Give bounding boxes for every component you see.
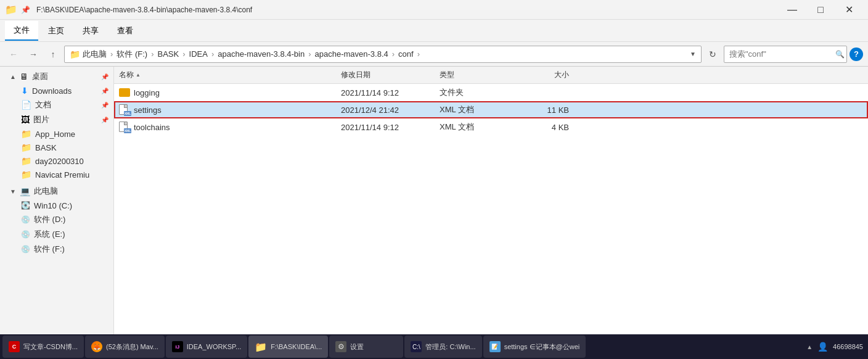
- file-date-logging: 2021/11/14 9:12: [341, 88, 440, 97]
- folder-icon-navicat: 📁: [21, 170, 31, 180]
- settings-icon: ⚙: [335, 341, 346, 352]
- search-box[interactable]: 🔍: [724, 46, 847, 63]
- search-input[interactable]: [729, 49, 833, 59]
- file-list: logging 2021/11/14 9:12 文件夹 XML settings: [114, 84, 868, 334]
- file-date-toolchains: 2021/11/14 9:12: [341, 123, 440, 132]
- col-header-date[interactable]: 修改日期: [341, 70, 440, 80]
- downloads-label: Downloads: [32, 86, 72, 96]
- file-label-toolchains: toolchains: [134, 123, 170, 132]
- folder-icon-bask: 📁: [21, 142, 31, 152]
- sidebar-item-drive-f[interactable]: 💿 软件 (F:): [0, 242, 113, 257]
- address-segment-maven: apache-maven-3.8.4: [315, 49, 388, 59]
- window-controls: — □ ✕: [778, 0, 863, 20]
- help-button[interactable]: ?: [850, 47, 863, 61]
- file-date-settings: 2021/12/4 21:42: [341, 105, 440, 115]
- csdn-icon: C: [9, 341, 20, 352]
- taskbar-item-idea[interactable]: IJ IDEA_WORKSP...: [166, 336, 247, 358]
- forward-button[interactable]: →: [25, 46, 42, 63]
- file-row-toolchains[interactable]: XML toolchains 2021/11/14 9:12 XML 文档 4 …: [114, 118, 868, 136]
- taskbar-label-idea: IDEA_WORKSP...: [187, 343, 241, 350]
- sidebar-item-win10c[interactable]: 💽 Win10 (C:): [0, 199, 113, 212]
- user-avatar: 👤: [817, 342, 828, 352]
- address-segment-idea: IDEA: [189, 49, 208, 59]
- sidebar: ▲ 🖥 桌面 📌 ⬇ Downloads 📌 📄 文档 📌 🖼 图片 📌 📁 A: [0, 67, 114, 334]
- sidebar-item-downloads[interactable]: ⬇ Downloads 📌: [0, 84, 113, 97]
- thispc-expand-icon: ▼: [10, 188, 16, 195]
- taskbar-tray: ▲ 👤 46698845: [806, 342, 866, 352]
- col-header-size[interactable]: 大小: [520, 70, 569, 80]
- taskbar-item-notepad[interactable]: 📝 settings ∈记事本@公wei: [483, 336, 586, 358]
- folder-icon-logging: [119, 88, 130, 97]
- address-segment-software: 软件 (F:): [117, 49, 147, 60]
- file-name-toolchains: XML toolchains: [119, 122, 341, 133]
- back-button[interactable]: ←: [5, 46, 22, 63]
- up-button[interactable]: ↑: [44, 46, 62, 63]
- pin-icon-documents: 📌: [101, 102, 108, 109]
- file-area: 名称 ▲ 修改日期 类型 大小 logging 2021/11/14 9:12: [114, 67, 868, 334]
- documents-icon: 📄: [21, 100, 31, 110]
- sidebar-item-documents[interactable]: 📄 文档 📌: [0, 97, 113, 112]
- drive-icon-f: 💿: [21, 245, 30, 254]
- sidebar-item-apphome[interactable]: 📁 App_Home: [0, 127, 113, 141]
- sidebar-item-thispc[interactable]: ▼ 💻 此电脑: [0, 184, 113, 199]
- address-segment-bask: BASK: [158, 49, 179, 59]
- pin-icon-desktop: 📌: [101, 73, 108, 80]
- taskbar-label-csdn: 写文章-CSDN博...: [23, 342, 78, 352]
- sidebar-item-day20200310[interactable]: 📁 day20200310: [0, 154, 113, 168]
- close-button[interactable]: ✕: [835, 0, 863, 20]
- thispc-label: 此电脑: [34, 186, 58, 197]
- bask-label: BASK: [35, 143, 57, 152]
- address-dropdown-arrow[interactable]: ▼: [690, 51, 696, 57]
- refresh-button[interactable]: ↻: [704, 46, 721, 63]
- taskbar: C 写文章-CSDN博... 🦊 (52条消息) Mav... IJ IDEA_…: [0, 334, 868, 359]
- idea-icon: IJ: [172, 341, 183, 352]
- taskbar-time: 46698845: [833, 342, 863, 351]
- taskbar-item-csdn[interactable]: C 写文章-CSDN博...: [2, 336, 84, 358]
- drive-f-label: 软件 (F:): [34, 244, 65, 255]
- col-header-name[interactable]: 名称 ▲: [119, 70, 341, 80]
- tab-home[interactable]: 主页: [39, 22, 73, 40]
- file-name-settings: XML settings: [119, 104, 341, 115]
- sidebar-item-desktop[interactable]: ▲ 🖥 桌面 📌: [0, 69, 113, 84]
- sidebar-item-bask[interactable]: 📁 BASK: [0, 141, 113, 154]
- sidebar-item-drive-e[interactable]: 💿 系统 (E:): [0, 227, 113, 242]
- day-label: day20200310: [35, 157, 84, 166]
- drive-d-label: 软件 (D:): [34, 214, 65, 225]
- window-icon: 📁: [5, 4, 17, 15]
- sidebar-item-navicat[interactable]: 📁 Navicat Premiu: [0, 168, 113, 181]
- tray-expand[interactable]: ▲: [806, 344, 813, 350]
- pictures-label: 图片: [33, 114, 49, 125]
- desktop-icon: 🖥: [20, 72, 28, 81]
- downloads-icon: ⬇: [21, 86, 28, 96]
- address-folder-icon: 📁: [70, 49, 80, 59]
- drive-e-label: 系统 (E:): [34, 229, 65, 240]
- col-type-label: 类型: [440, 70, 454, 79]
- taskbar-item-firefox[interactable]: 🦊 (52条消息) Mav...: [85, 336, 165, 358]
- file-type-toolchains: XML 文档: [440, 122, 520, 133]
- taskbar-label-cmd: 管理员: C:\Win...: [425, 342, 475, 352]
- sidebar-item-drive-d[interactable]: 💿 软件 (D:): [0, 212, 113, 227]
- file-row-logging[interactable]: logging 2021/11/14 9:12 文件夹: [114, 84, 868, 101]
- taskbar-item-folder[interactable]: 📁 F:\BASK\IDEA\...: [248, 336, 328, 358]
- taskbar-item-settings[interactable]: ⚙ 设置: [329, 336, 403, 358]
- tray-info: 46698845: [833, 342, 863, 351]
- taskbar-item-cmd[interactable]: C:\ 管理员: C:\Win...: [404, 336, 481, 358]
- col-size-label: 大小: [554, 70, 569, 79]
- tab-view[interactable]: 查看: [108, 22, 142, 40]
- file-size-settings: 11 KB: [520, 105, 569, 115]
- address-bar[interactable]: 📁 此电脑 › 软件 (F:) › BASK › IDEA › apache-m…: [64, 46, 702, 63]
- drive-icon-e: 💿: [21, 230, 30, 239]
- col-header-type[interactable]: 类型: [440, 70, 520, 80]
- folder-icon-apphome: 📁: [21, 129, 31, 139]
- tab-share[interactable]: 共享: [74, 22, 107, 40]
- file-type-logging: 文件夹: [440, 87, 520, 98]
- documents-label: 文档: [35, 99, 51, 110]
- tab-file[interactable]: 文件: [5, 21, 38, 41]
- ribbon: 文件 主页 共享 查看: [0, 20, 868, 42]
- file-row-settings[interactable]: XML settings 2021/12/4 21:42 XML 文档 11 K…: [114, 101, 868, 118]
- sidebar-item-pictures[interactable]: 🖼 图片 📌: [0, 112, 113, 127]
- minimize-button[interactable]: —: [778, 0, 806, 20]
- address-segment-thispc: 此电脑: [83, 49, 107, 60]
- title-bar: 📁 📌 F:\BASK\IDEA\apache-maven-3.8.4-bin\…: [0, 0, 868, 20]
- maximize-button[interactable]: □: [806, 0, 835, 20]
